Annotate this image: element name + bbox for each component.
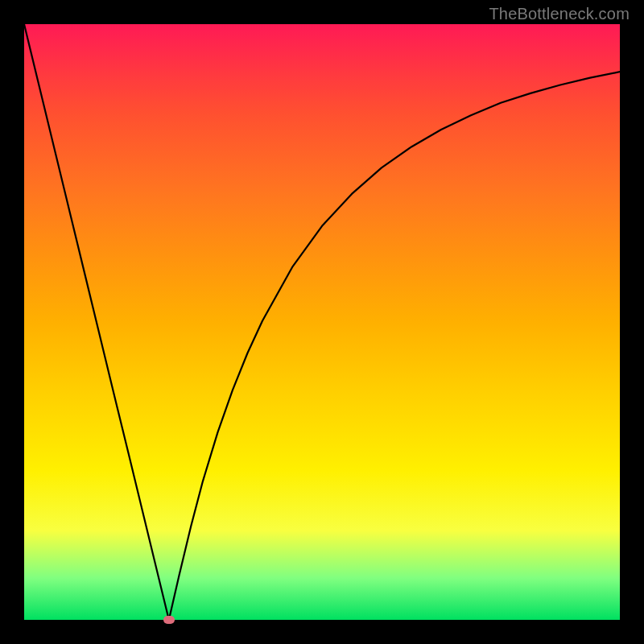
curve-svg (24, 24, 620, 620)
chart-container: TheBottleneck.com (0, 0, 644, 644)
watermark-text: TheBottleneck.com (489, 5, 630, 23)
curve-path (24, 24, 620, 620)
minimum-marker (163, 616, 175, 624)
plot-area (24, 24, 620, 620)
